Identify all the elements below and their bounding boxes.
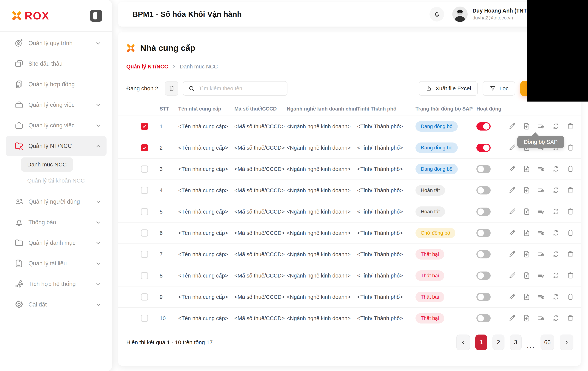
row-checkbox[interactable] — [141, 229, 148, 237]
active-toggle[interactable] — [476, 293, 491, 301]
row-checkbox[interactable] — [141, 293, 148, 300]
sidebar-item-tasks-2[interactable]: Quản lý công việc — [6, 115, 106, 136]
breadcrumb-parent[interactable]: Quản lý NT/NCC — [126, 64, 168, 70]
sidebar-item-users[interactable]: Quản lý người dùng — [6, 191, 106, 212]
sidebar-item-nt-ncc[interactable]: Quản lý NT/NCC — [6, 136, 106, 156]
sidebar-item-categories[interactable]: Quản lý danh mục — [6, 233, 106, 253]
pencil-icon — [508, 186, 516, 194]
edit-button[interactable] — [508, 186, 516, 195]
add-document-button[interactable] — [522, 122, 531, 131]
row-checkbox[interactable] — [141, 251, 148, 258]
page-button-66[interactable]: 66 — [541, 335, 554, 350]
add-document-button[interactable] — [522, 186, 531, 195]
sap-sync-button[interactable] — [537, 122, 546, 131]
row-checkbox[interactable] — [141, 315, 148, 322]
edit-button[interactable] — [508, 207, 516, 216]
avatar[interactable] — [452, 7, 468, 22]
page-button-3[interactable]: 3 — [510, 335, 522, 350]
sidebar-item-notifications[interactable]: Thông báo — [6, 212, 106, 233]
refresh-button[interactable] — [552, 314, 560, 323]
sidebar-subitem-tai-khoan-ncc[interactable]: Quản lý tài khoản NCC — [21, 173, 91, 188]
sap-sync-button[interactable] — [537, 250, 546, 259]
edit-button[interactable] — [508, 250, 516, 259]
col-city: Tỉnh/ Thành phố — [357, 106, 416, 112]
active-toggle[interactable] — [476, 144, 491, 152]
edit-button[interactable] — [508, 143, 516, 152]
edit-button[interactable] — [508, 271, 516, 280]
export-excel-button[interactable]: Xuất file Excel — [419, 81, 478, 96]
prev-page-button[interactable] — [456, 335, 470, 350]
active-toggle[interactable] — [476, 229, 491, 237]
sidebar-item-tasks-1[interactable]: Quản lý công việc — [6, 95, 106, 115]
add-document-button[interactable] — [522, 250, 531, 259]
sap-sync-button[interactable] — [537, 165, 546, 173]
sidebar-item-process[interactable]: Quản lý quy trình — [6, 33, 106, 53]
filter-button[interactable]: Lọc — [483, 81, 515, 96]
delete-button[interactable] — [566, 314, 575, 323]
edit-button[interactable] — [508, 165, 516, 173]
notifications-button[interactable] — [430, 7, 444, 21]
page-button-2[interactable]: 2 — [493, 335, 504, 350]
active-toggle[interactable] — [476, 165, 491, 173]
refresh-button[interactable] — [552, 229, 560, 237]
refresh-button[interactable] — [552, 165, 560, 173]
active-toggle[interactable] — [476, 272, 491, 280]
active-toggle[interactable] — [476, 208, 491, 216]
page-button-1[interactable]: 1 — [475, 335, 487, 350]
delete-button[interactable] — [566, 122, 575, 131]
refresh-button[interactable] — [552, 250, 560, 259]
search-input[interactable] — [199, 85, 282, 92]
sap-sync-button[interactable] — [537, 314, 546, 323]
add-document-button[interactable] — [522, 207, 531, 216]
active-toggle[interactable] — [476, 314, 491, 322]
edit-button[interactable] — [508, 229, 516, 237]
active-toggle[interactable] — [476, 250, 491, 258]
sidebar-collapse-button[interactable] — [90, 10, 102, 22]
edit-button[interactable] — [508, 293, 516, 301]
delete-button[interactable] — [566, 165, 575, 173]
row-checkbox[interactable] — [141, 187, 148, 194]
trash-icon — [566, 293, 575, 301]
sap-sync-button[interactable] — [537, 229, 546, 237]
row-checkbox[interactable] — [141, 123, 148, 130]
refresh-button[interactable] — [552, 271, 560, 280]
next-page-button[interactable] — [560, 335, 573, 350]
sap-sync-button[interactable] — [537, 293, 546, 301]
add-document-button[interactable] — [522, 293, 531, 301]
refresh-button[interactable] — [552, 207, 560, 216]
delete-button[interactable] — [566, 250, 575, 259]
add-document-button[interactable] — [522, 165, 531, 173]
delete-button[interactable] — [566, 186, 575, 195]
edit-button[interactable] — [508, 122, 516, 131]
add-document-button[interactable] — [522, 271, 531, 280]
active-toggle[interactable] — [476, 186, 491, 194]
add-document-button[interactable] — [522, 229, 531, 237]
sidebar-item-bidding-site[interactable]: Site đấu thầu — [6, 53, 106, 74]
row-checkbox[interactable] — [141, 272, 148, 279]
active-toggle[interactable] — [476, 122, 491, 130]
refresh-button[interactable] — [552, 122, 560, 131]
sap-sync-button[interactable] — [537, 207, 546, 216]
delete-button[interactable] — [566, 207, 575, 216]
delete-button[interactable] — [566, 229, 575, 237]
delete-button[interactable] — [566, 271, 575, 280]
refresh-button[interactable] — [552, 293, 560, 301]
trash-icon — [566, 143, 575, 152]
row-checkbox[interactable] — [141, 208, 148, 215]
sidebar-item-label: Quản lý danh mục — [28, 240, 90, 246]
sap-sync-button[interactable] — [537, 186, 546, 195]
add-document-button[interactable] — [522, 314, 531, 323]
sidebar-item-integration[interactable]: Tích hợp hệ thống — [6, 274, 106, 294]
delete-button[interactable] — [566, 143, 575, 152]
row-checkbox[interactable] — [141, 144, 148, 151]
sidebar-subitem-danh-muc-ncc[interactable]: Danh mục NCC — [21, 158, 73, 172]
sidebar-item-documents[interactable]: Quản lý tài liệu — [6, 253, 106, 274]
sidebar-item-settings[interactable]: Cài đặt — [6, 294, 106, 315]
delete-button[interactable] — [566, 293, 575, 301]
sidebar-item-contracts[interactable]: Quản lý hợp đồng — [6, 74, 106, 95]
refresh-button[interactable] — [552, 186, 560, 195]
sap-sync-button[interactable] — [537, 271, 546, 280]
edit-button[interactable] — [508, 314, 516, 323]
row-checkbox[interactable] — [141, 166, 148, 173]
bulk-delete-button[interactable] — [165, 81, 178, 96]
